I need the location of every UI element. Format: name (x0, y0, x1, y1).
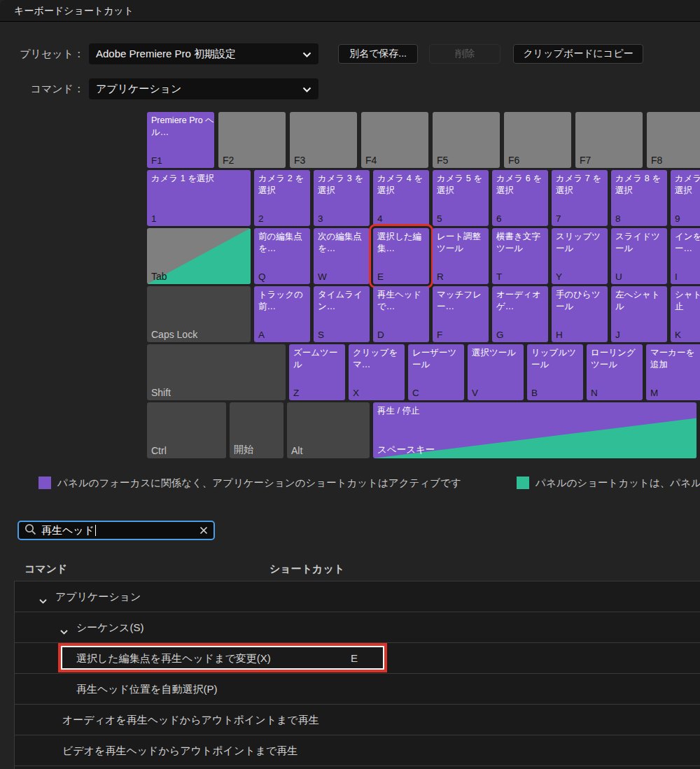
legend-panel: パネルのショートカットは、パネルが (517, 476, 700, 490)
key-label: Premiere Pro ヘル… (147, 112, 214, 139)
key-label: マーカーを追加 (646, 344, 700, 371)
key-letter: D (377, 330, 384, 340)
key-f6[interactable]: F6 (504, 112, 571, 168)
key-2[interactable]: カメラ 2 を選択2 (254, 170, 310, 226)
key-label: 再生 / 停止 (373, 402, 696, 417)
key-f1[interactable]: Premiere Pro ヘル…F1 (147, 112, 214, 168)
save-as-button[interactable]: 別名で保存... (338, 44, 418, 64)
key-x[interactable]: クリップをマ…X (349, 344, 405, 400)
key-label: タイムライン… (314, 286, 370, 313)
key-w[interactable]: 次の編集点を…W (314, 228, 370, 284)
key-letter: X (353, 388, 359, 398)
key-a[interactable]: トラックの前…A (254, 286, 310, 342)
key-label: 手のひらツール (552, 286, 608, 313)
table-row[interactable]: ビデオを再生ヘッドからアウトポイントまで再生 (15, 735, 700, 766)
key-letter: 7 (556, 213, 561, 224)
key-m[interactable]: マーカーを追加M (646, 344, 700, 400)
clear-search-icon[interactable] (200, 526, 208, 535)
key-g[interactable]: オーディオゲ…G (492, 286, 548, 342)
chevron-down-icon[interactable] (60, 625, 68, 637)
preset-select[interactable]: Adobe Premiere Pro 初期設定 (89, 43, 318, 64)
key-f3[interactable]: F3 (290, 112, 357, 168)
key-u[interactable]: スライドツールU (611, 228, 667, 284)
dialog-title: キーボードショートカット (14, 0, 134, 21)
keyboard-row: Premiere Pro ヘル…F1F2F3F4F5F6F7F8 (147, 112, 700, 168)
key-label: 選択した編集… (373, 228, 429, 255)
key-d[interactable]: 再生ヘッドで…D (373, 286, 429, 342)
key-label: ズームツール (289, 344, 345, 371)
key-v[interactable]: 選択ツールV (468, 344, 524, 400)
table-row[interactable] (15, 766, 700, 769)
text-caret (95, 525, 96, 536)
key-6[interactable]: カメラ 6 を選択6 (492, 170, 548, 226)
key-s[interactable]: タイムライン…S (314, 286, 370, 342)
key-b[interactable]: リップルツールB (527, 344, 583, 400)
key-start[interactable]: 開始 (230, 402, 284, 458)
key-f2[interactable]: F2 (218, 112, 286, 168)
key-c[interactable]: レーザーツールC (408, 344, 464, 400)
key-h[interactable]: 手のひらツールH (552, 286, 608, 342)
table-row[interactable]: オーディオを再生ヘッドからアウトポイントまで再生 (15, 705, 700, 735)
key-label: 前の編集点を… (254, 228, 310, 255)
key-letter: F1 (151, 155, 162, 166)
key-5[interactable]: カメラ 5 を選択5 (433, 170, 489, 226)
key-i[interactable]: インをマー…I (671, 228, 700, 284)
table-row[interactable]: 選択した編集点を再生ヘッドまで変更(X)E (15, 643, 700, 674)
chevron-down-icon[interactable] (39, 594, 47, 607)
key-k[interactable]: シャトル停止K (671, 286, 700, 342)
key-letter: Q (258, 271, 266, 282)
key-letter: B (531, 388, 538, 398)
command-label: 再生ヘッド位置を自動選択(P) (76, 674, 217, 704)
chevron-down-icon (302, 83, 312, 95)
key-f5[interactable]: F5 (433, 112, 500, 168)
key-shift[interactable]: Shift (147, 344, 286, 400)
key-4[interactable]: カメラ 4 を選択4 (373, 170, 429, 226)
key-letter: N (591, 388, 598, 398)
command-select[interactable]: アプリケーション (89, 78, 318, 99)
key-letter: 4 (377, 213, 383, 224)
key-label: スライドツール (611, 228, 667, 255)
key-z[interactable]: ズームツールZ (289, 344, 345, 400)
key-q[interactable]: 前の編集点を…Q (254, 228, 310, 284)
key-label: 次の編集点を… (314, 228, 370, 255)
key-letter: 6 (496, 213, 502, 224)
key-9[interactable]: カメラ 9 を選択9 (671, 170, 700, 226)
copy-to-clipboard-button[interactable]: クリップボードにコピー (513, 44, 643, 64)
key-letter: Z (293, 388, 299, 398)
key-e[interactable]: 選択した編集…E (373, 228, 429, 284)
command-label: ビデオを再生ヘッドからアウトポイントまで再生 (62, 735, 298, 766)
key-f8[interactable]: F8 (647, 112, 700, 168)
key-letter: F7 (580, 155, 591, 166)
key-label: クリップをマ… (349, 344, 405, 371)
key-1[interactable]: カメラ 1 を選択1 (147, 170, 251, 226)
key-caps-lock[interactable]: Caps Lock (147, 286, 251, 342)
key-n[interactable]: ローリングツールN (587, 344, 643, 400)
key-label: カメラ 6 を選択 (492, 170, 548, 197)
shortcut-column-header: ショートカット (270, 563, 344, 577)
key-3[interactable]: カメラ 3 を選択3 (314, 170, 370, 226)
key-y[interactable]: スリップツールY (552, 228, 608, 284)
search-input[interactable]: 再生ヘッド (18, 521, 215, 540)
key-f7[interactable]: F7 (575, 112, 643, 168)
key-letter: E (377, 271, 384, 282)
command-label: コマンド： (0, 78, 84, 99)
key-f[interactable]: マッチフレー…F (433, 286, 489, 342)
key-r[interactable]: レート調整ツールR (433, 228, 489, 284)
key-alt[interactable]: Alt (287, 402, 370, 458)
key-8[interactable]: カメラ 8 を選択8 (611, 170, 667, 226)
key-j[interactable]: 左へシャトルJ (611, 286, 667, 342)
key-space[interactable]: 再生 / 停止スペースキー (373, 402, 696, 458)
table-row[interactable]: 再生ヘッド位置を自動選択(P) (15, 674, 700, 705)
key-t[interactable]: 横書き文字ツールT (492, 228, 548, 284)
table-row[interactable]: アプリケーション (15, 581, 700, 612)
key-f4[interactable]: F4 (361, 112, 428, 168)
key-letter: Y (556, 271, 562, 282)
key-letter: V (472, 388, 478, 398)
key-ctrl[interactable]: Ctrl (147, 402, 226, 458)
key-tab[interactable]: Tab (147, 228, 251, 284)
key-letter: H (556, 330, 563, 340)
table-row[interactable]: シーケンス(S) (15, 612, 700, 643)
key-letter: スペースキー (377, 444, 435, 456)
key-7[interactable]: カメラ 7 を選択7 (552, 170, 608, 226)
delete-button[interactable]: 削除 (429, 44, 500, 64)
